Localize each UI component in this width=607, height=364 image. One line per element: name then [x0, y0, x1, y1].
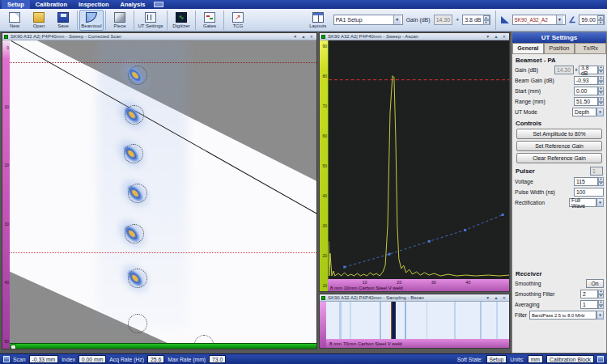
bscan-view-titlebar[interactable]: SK90 A32 A2| P4P40mm - Sampling - Bscan …: [320, 294, 509, 302]
smoothing-toggle[interactable]: On: [586, 279, 604, 288]
sector-view-titlebar[interactable]: SK90 A32 A2| P4P40mm - Sweep - Corrected…: [2, 33, 316, 40]
new-button[interactable]: New: [2, 10, 27, 31]
sector-scan-canvas[interactable]: [10, 40, 316, 343]
piece-button[interactable]: Piece: [108, 10, 132, 31]
menu-inspection[interactable]: Inspection: [73, 0, 115, 9]
ruler-label: 20: [320, 253, 328, 258]
filter-row: Filter BandPass 2.5 to 8.0 MHz ▼: [512, 310, 606, 320]
spinner-arrows-icon[interactable]: ▲▼: [598, 87, 604, 95]
tab-txrx[interactable]: Tx/Rx: [575, 43, 606, 53]
spinner-arrows-icon[interactable]: ▲▼: [598, 97, 604, 106]
window-layout-icon[interactable]: [154, 2, 163, 7]
filter-dropdown[interactable]: BandPass 2.5 to 8.0 MHz: [529, 311, 596, 320]
save-button-label: Save: [57, 23, 69, 28]
spinner-arrows-icon[interactable]: ▲▼: [598, 300, 604, 309]
chevron-down-icon[interactable]: ▼: [596, 198, 604, 207]
scan-value: -0.33 mm: [29, 355, 59, 363]
menu-analysis[interactable]: Analysis: [115, 0, 151, 9]
app-window: Setup Calibration Inspection Analysis Ne…: [0, 0, 607, 364]
new-file-icon: [9, 12, 20, 23]
set-amplitude-button[interactable]: Set Amplitude to 80%: [516, 129, 602, 139]
beam-gain-field[interactable]: -0.93: [574, 76, 598, 85]
start-field[interactable]: 0.00: [574, 87, 598, 95]
tab-general[interactable]: General: [512, 43, 544, 53]
beamtool-button[interactable]: Beamtool: [79, 10, 104, 31]
probe-dropdown[interactable]: SK90_A32_A2 ▼: [512, 15, 566, 25]
smoothing-filter-row: Smoothing Filter 2 ▲▼: [512, 289, 606, 299]
pulser-number-field[interactable]: 1: [590, 167, 603, 176]
panel-tabs: General Position Tx/Rx: [512, 43, 606, 53]
ut-settings-button[interactable]: UT Settings: [136, 10, 165, 31]
open-button[interactable]: Open: [27, 10, 51, 31]
ruler-label: 40: [2, 280, 10, 285]
averaging-row: Averaging 1 ▲▼: [512, 299, 606, 310]
view-window-icons[interactable]: ▼ ▲ ✕: [293, 34, 315, 39]
chevron-down-icon[interactable]: ▼: [596, 108, 604, 116]
spinner-arrows-icon[interactable]: ▲▼: [598, 290, 604, 298]
voltage-label: Voltage: [515, 179, 574, 184]
set-reference-gain-button[interactable]: Set Reference Gain: [516, 141, 602, 151]
ascan-view-titlebar[interactable]: SK90 A32 A2| P4P40mm - Sweep - Ascan ▼ ▲…: [320, 33, 509, 40]
bscan-left-ruler: [320, 302, 326, 348]
filter-label: Filter: [515, 312, 529, 318]
range-field[interactable]: 51.50: [574, 97, 598, 106]
ut-mode-dropdown[interactable]: Depth: [572, 108, 596, 116]
controls-heading: Controls: [512, 117, 606, 128]
pulse-width-row: Pulse Width (ns) 100: [512, 187, 606, 197]
save-button[interactable]: Save: [51, 10, 75, 31]
gain-offset-stepper[interactable]: 3.8 dB ▲▼: [462, 15, 490, 25]
gate-line-red[interactable]: [10, 252, 316, 253]
voltage-field[interactable]: 115: [574, 177, 598, 186]
scan-axis-bar[interactable]: [10, 343, 316, 349]
digitizer-button[interactable]: ∿ Digitizer: [169, 10, 193, 31]
ruler-label: 10: [363, 280, 367, 285]
sector-view-title: SK90 A32 A2| P4P40mm - Sweep - Corrected…: [11, 34, 121, 39]
probe-wedge-icon: [501, 16, 509, 23]
chevron-down-icon[interactable]: ▼: [596, 311, 604, 320]
view-status-square: [4, 35, 8, 39]
spinner-arrows-icon[interactable]: ▲▼: [598, 66, 604, 74]
spinner-arrows-icon[interactable]: ▲▼: [598, 177, 604, 186]
bscan-plot[interactable]: [326, 302, 509, 339]
averaging-field[interactable]: 1: [580, 300, 598, 309]
smoothing-filter-field[interactable]: 2: [580, 290, 598, 298]
menubar: Setup Calibration Inspection Analysis: [0, 0, 607, 9]
ruler-label: 60: [320, 133, 328, 138]
layouts-button[interactable]: Layouts: [306, 10, 330, 31]
ascan-plot[interactable]: [328, 40, 509, 279]
pulse-width-field[interactable]: 100: [574, 188, 604, 197]
view-window-icons[interactable]: ▼ ▲ ✕: [486, 34, 507, 39]
view-status-square: [321, 296, 325, 300]
pulse-width-label: Pulse Width (ns): [515, 189, 574, 195]
clear-reference-gain-button[interactable]: Clear Reference Gain: [516, 153, 602, 163]
gate-line-red[interactable]: [10, 62, 316, 63]
menu-setup[interactable]: Setup: [2, 0, 30, 9]
spinner-arrows-icon[interactable]: ▲▼: [483, 15, 490, 24]
gates-button-label: Gates: [203, 23, 216, 28]
gain-offset-field[interactable]: 3.8 dB: [579, 66, 598, 74]
angle-stepper[interactable]: 59.00 ▲▼: [579, 15, 605, 25]
view-window-icons[interactable]: ▼ ▲ ✕: [486, 295, 507, 300]
gates-button[interactable]: Gates: [197, 10, 222, 31]
ut-settings-button-label: UT Settings: [138, 23, 163, 28]
calibration-block-button[interactable]: Calibration Block: [546, 355, 594, 363]
tab-position[interactable]: Position: [544, 43, 575, 53]
tcg-button[interactable]: ↗ TCG: [226, 10, 250, 31]
layout-preset-dropdown[interactable]: PA1 Setup ▼: [333, 15, 403, 25]
max-rate-label: Max Rate (mm): [168, 357, 206, 362]
menu-calibration[interactable]: Calibration: [30, 0, 73, 9]
toolbar-separator: [77, 11, 78, 30]
beamtool-icon: [86, 12, 97, 23]
rectification-dropdown[interactable]: Full Wave: [569, 198, 596, 207]
toolbar-separator: [105, 11, 106, 30]
save-disk-icon: [57, 12, 69, 23]
material-label: 8 mm 70mm Carbon Steel V weld: [326, 341, 402, 346]
spinner-arrows-icon[interactable]: ▲▼: [598, 76, 604, 85]
panel-title: UT Settings: [512, 32, 606, 43]
toolbar-separator: [495, 11, 496, 30]
angle-icon: ∠: [569, 15, 576, 24]
chevron-down-icon: ▼: [393, 15, 401, 24]
beamset-heading: Beamset - PA: [512, 54, 606, 65]
spinner-arrows-icon[interactable]: ▲▼: [597, 15, 604, 24]
bscan-streak: [339, 302, 342, 339]
